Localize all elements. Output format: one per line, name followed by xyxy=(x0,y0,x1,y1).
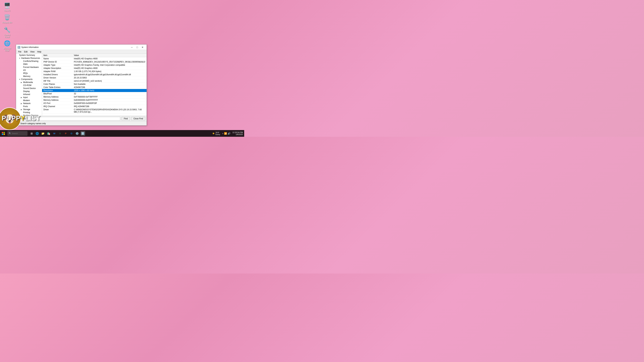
desktop-icon-label-this-pc: This PC xyxy=(4,10,10,12)
table-row[interactable]: I/O Port0x0000F000-0x0000F03F xyxy=(42,102,146,105)
table-row[interactable]: Memory Address0xF7800000-0xF7BFFFFF xyxy=(42,95,146,98)
taskbar-icon-store[interactable]: 🛍️ xyxy=(46,131,51,136)
cell-item: PNP Device ID xyxy=(42,60,72,63)
weather-temp: 76°F xyxy=(215,132,220,134)
window-minimize-button[interactable]: ─ xyxy=(129,45,134,49)
table-row[interactable]: Adapter RAM1.00 GB (1,073,741,824 bytes) xyxy=(42,70,146,73)
clock: 12:20:54 PM xyxy=(232,131,243,133)
window-controls: ─ □ ✕ xyxy=(129,45,145,49)
tree-item-infrared[interactable]: Infrared xyxy=(16,93,42,96)
table-row[interactable]: Installed Driversigdumdim64.dll,igd10ium… xyxy=(42,73,146,76)
weather-icon: ☀️ xyxy=(212,132,215,135)
tree-item-forced-hardware[interactable]: Forced Hardware xyxy=(16,66,42,69)
menubar: File Edit View Help xyxy=(16,50,146,54)
cell-item: Memory Address xyxy=(42,98,72,102)
cell-value: 1920 x 1080 x 60 hertz xyxy=(72,89,146,92)
table-row[interactable]: Color Table Entries4294967296 xyxy=(42,86,146,89)
cell-value: oem2.inf (iHSWD_w10 section) xyxy=(72,79,146,83)
system-tray-icons: ∧ 📶 🔊 xyxy=(222,132,230,135)
tree-item-dma[interactable]: DMA xyxy=(16,63,42,66)
tree-item-irqs[interactable]: IRQs xyxy=(16,72,42,75)
window-maximize-button[interactable]: □ xyxy=(134,45,140,49)
tree-item-modem[interactable]: Modem xyxy=(16,99,42,102)
cell-value: 4294967296 xyxy=(72,86,146,89)
cell-item: iNF File xyxy=(42,79,72,83)
start-button[interactable] xyxy=(0,130,7,137)
window-close-button[interactable]: ✕ xyxy=(140,45,145,49)
tree-item-memory[interactable]: Memory xyxy=(16,75,42,78)
table-row[interactable]: IRQ ChannelIRQ 4294967289 xyxy=(42,105,146,108)
expand-tray-icon[interactable]: ∧ xyxy=(222,133,224,134)
tree-item-sound-device[interactable]: Sound Device xyxy=(16,87,42,90)
tree-item-multimedia[interactable]: ▶ Multimedia xyxy=(16,81,42,84)
cell-item: Driver xyxy=(42,108,72,114)
cell-item: Bits/Pixel xyxy=(42,92,72,95)
search-input[interactable] xyxy=(12,132,27,134)
cell-value: IRQ 4294967289 xyxy=(72,105,146,108)
menu-edit[interactable]: Edit xyxy=(23,50,29,54)
table-row[interactable]: Bits/Pixel32 xyxy=(42,92,146,95)
speaker-icon: 🔊 xyxy=(228,132,230,135)
cell-value: Intel(R) HD Graphics 4600 xyxy=(72,67,146,70)
desktop-icon-microsoft-edge[interactable]: 🌐 Microsoft Edge xyxy=(1,39,13,52)
taskbar-icon-edge[interactable]: 🌐 xyxy=(35,131,40,136)
tree-item-components[interactable]: ▼ Components xyxy=(16,78,42,81)
expand-icon: ▶ xyxy=(21,81,23,83)
table-row[interactable]: DriverC:\WINDOWS\SYSTEM32\DRIVERS\IGDKMD… xyxy=(42,108,146,114)
desktop-icon-label-edge: Microsoft Edge xyxy=(2,47,12,51)
taskbar-icon-word[interactable]: W xyxy=(52,131,57,136)
table-row[interactable]: NameIntel(R) HD Graphics 4600 xyxy=(42,57,146,60)
cell-item: Color Planes xyxy=(42,83,72,86)
tree-item-conflicts-sharing[interactable]: Conflicts/Sharing xyxy=(16,60,42,63)
cell-value: igdumdim64.dll,igd10iumd64.dll,igd10iumd… xyxy=(72,73,146,76)
taskbar-system-area: ☀️ 76°F Sunny ∧ 📶 🔊 12:20:54 PM 1/8/2025 xyxy=(211,131,244,135)
menu-file[interactable]: File xyxy=(17,50,23,54)
table-row[interactable]: Adapter DescriptionIntel(R) HD Graphics … xyxy=(42,67,146,70)
desktop-icon-this-pc[interactable]: 🖥️ This PC xyxy=(1,2,13,12)
table-row[interactable]: PNP Device IDPCI\VEN_8086&DEV_0412&SUBSY… xyxy=(42,60,146,63)
table-row[interactable]: Color PlanesNot Available xyxy=(42,83,146,86)
puppy-list-text: PUPPYLIST xyxy=(2,114,40,122)
taskbar-icon-settings[interactable]: ⚙️ xyxy=(75,131,80,136)
close-find-button[interactable]: Close Find xyxy=(131,117,145,120)
taskbar-icon-explorer[interactable]: 📁 xyxy=(40,131,45,136)
table-row[interactable]: Adapter TypeIntel(R) HD Graphics Family,… xyxy=(42,63,146,67)
tree-item-display[interactable]: Display xyxy=(16,90,42,93)
tree-item-hardware-resources[interactable]: ▼ Hardware Resources xyxy=(16,57,42,60)
table-row[interactable]: Memory Address0xE0000000-0xEFFFFFFF xyxy=(42,98,146,102)
cell-item: Name xyxy=(42,57,72,60)
cell-value: 32 xyxy=(72,92,146,95)
table-row[interactable]: Driver Version20.19.15.5063 xyxy=(42,76,146,79)
table-row[interactable]: iNF Fileoem2.inf (iHSWD_w10 section) xyxy=(42,79,146,83)
taskbar-icon-outlook[interactable]: O xyxy=(69,131,74,136)
expand-icon: ▼ xyxy=(19,78,21,80)
cell-value: PCI\VEN_8086&DEV_0412&SUBSYS_05A71028&RE… xyxy=(72,60,146,63)
expand-icon: ▼ xyxy=(19,57,21,59)
desktop-icon-label-control-panel: Control Panel xyxy=(2,34,12,38)
menu-view[interactable]: View xyxy=(29,50,36,54)
svg-rect-2 xyxy=(2,134,3,135)
desktop-icon-recycle-bin[interactable]: 🗑️ Recycle Bin xyxy=(1,13,13,24)
tree-item-network[interactable]: ▶ Network xyxy=(16,102,42,105)
taskbar: 🔍 ⊞ 🌐 📁 🛍️ W X P O ⚙️ ℹ️ ☀️ 76°F Sunny ∧… xyxy=(0,130,244,137)
taskbar-icon-sysinfo[interactable]: ℹ️ xyxy=(80,131,85,136)
tree-item-cd-rom[interactable]: CD-ROM xyxy=(16,84,42,87)
column-value: Value xyxy=(72,54,146,57)
tree-item-system-summary[interactable]: System Summary xyxy=(16,54,42,57)
menu-help[interactable]: Help xyxy=(36,50,43,54)
find-button[interactable]: Find xyxy=(122,117,130,120)
table-row[interactable]: Resolution1920 x 1080 x 60 hertz xyxy=(42,89,146,92)
time-date-block: 12:20:54 PM 1/8/2025 xyxy=(232,131,243,135)
window-titlebar: ℹ️ System Information ─ □ ✕ xyxy=(16,44,146,50)
cell-value: Intel(R) HD Graphics Family, Intel Corpo… xyxy=(72,63,146,67)
desktop-icon-control-panel[interactable]: 🔧 Control Panel xyxy=(1,26,13,39)
column-item: Item xyxy=(42,54,72,57)
tree-item-io[interactable]: I/O xyxy=(16,69,42,72)
taskbar-icon-excel[interactable]: X xyxy=(58,131,62,136)
taskbar-search-box[interactable]: 🔍 xyxy=(8,131,28,136)
tree-item-input[interactable]: ▶ Input xyxy=(16,96,42,99)
cell-value: 0xF7800000-0xF7BFFFFF xyxy=(72,95,146,98)
taskbar-icon-powerpoint[interactable]: P xyxy=(64,131,68,136)
cell-item: Adapter RAM xyxy=(42,70,72,73)
taskbar-icon-taskview[interactable]: ⊞ xyxy=(29,131,34,136)
